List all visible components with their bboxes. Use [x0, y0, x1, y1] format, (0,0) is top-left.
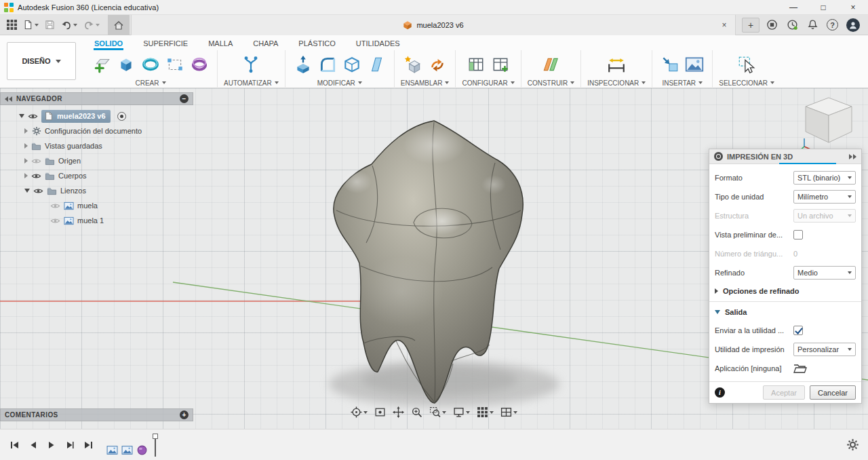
timeline-form-feature-icon[interactable] [136, 444, 148, 457]
group-label-construir[interactable]: CONSTRUIR [528, 77, 574, 88]
timeline-settings-gear-icon[interactable] [846, 438, 860, 452]
insert-canvas-icon[interactable] [683, 53, 706, 76]
step-forward-button[interactable] [63, 438, 77, 452]
go-to-start-button[interactable] [8, 438, 22, 452]
select-cursor-icon[interactable] [735, 53, 758, 76]
minimize-button[interactable]: — [778, 0, 808, 14]
navigator-header[interactable]: NAVEGADOR − [0, 92, 193, 105]
tree-item-canvases[interactable]: Lienzos [0, 183, 193, 198]
expander-icon[interactable] [24, 158, 28, 164]
data-panel-grid-icon[interactable] [4, 16, 20, 34]
refinado-select[interactable]: Medio [793, 266, 856, 280]
redo-button[interactable] [81, 16, 102, 34]
file-menu-button[interactable] [20, 16, 41, 34]
view-cube[interactable] [797, 92, 860, 155]
refine-options-section[interactable]: Opciones de refinado [715, 282, 856, 300]
expander-icon[interactable] [24, 173, 28, 178]
molar-model[interactable] [334, 121, 523, 403]
unidad-select[interactable]: Milímetro [793, 190, 856, 204]
coil-icon[interactable] [188, 53, 211, 76]
revolve-icon[interactable] [139, 53, 162, 76]
configuration-insert-icon[interactable] [489, 53, 512, 76]
tree-item-origin[interactable]: Origen [0, 153, 193, 168]
pan-icon[interactable] [393, 406, 404, 418]
tree-item-canvas-muela1[interactable]: muela 1 [0, 213, 193, 228]
new-component-icon[interactable] [401, 53, 425, 76]
display-settings-icon[interactable] [453, 406, 470, 418]
comments-header[interactable]: COMENTARIOS + [0, 408, 193, 421]
group-label-configurar[interactable]: CONFIGURAR [462, 77, 514, 88]
tab-plastico[interactable]: PLÁSTICO [298, 38, 336, 50]
joint-icon[interactable] [426, 53, 449, 76]
navigator-toggle-button[interactable]: − [180, 94, 189, 103]
dialog-header[interactable]: IMPRESIÓN EN 3D [709, 149, 861, 164]
visibility-eye-icon[interactable] [31, 171, 41, 181]
print-utility-select[interactable]: Personalizar [793, 343, 856, 356]
collapse-panel-icon[interactable] [5, 96, 13, 102]
measure-icon[interactable] [605, 53, 628, 76]
grid-settings-icon[interactable] [477, 406, 494, 418]
help-icon[interactable]: ? [827, 19, 838, 31]
browse-application-button[interactable] [793, 363, 808, 374]
shell-icon[interactable] [340, 53, 363, 76]
tab-chapa[interactable]: CHAPA [252, 38, 279, 50]
group-label-inspeccionar[interactable]: INSPECCIONAR [587, 77, 646, 88]
configuration-table-icon[interactable] [465, 53, 488, 76]
notifications-bell-icon[interactable] [806, 19, 818, 31]
zoom-icon[interactable] [411, 406, 422, 418]
group-label-automatizar[interactable]: AUTOMATIZAR [224, 77, 279, 88]
visibility-eye-icon[interactable] [33, 186, 43, 196]
insert-derive-icon[interactable] [658, 53, 682, 76]
workspace-selector[interactable]: DISEÑO [7, 42, 76, 80]
cancelar-button[interactable]: Cancelar [810, 385, 856, 400]
group-label-crear[interactable]: CREAR [90, 77, 211, 88]
tree-item-root[interactable]: muela2023 v6 [0, 109, 193, 123]
expander-icon[interactable] [24, 143, 28, 149]
profile-avatar[interactable] [846, 18, 860, 32]
construction-plane-icon[interactable] [539, 53, 562, 76]
job-status-icon[interactable] [786, 19, 798, 31]
document-tab[interactable]: muela2023 v6 × [131, 15, 736, 35]
pattern-icon[interactable] [163, 53, 186, 76]
zoom-window-icon[interactable] [429, 406, 446, 418]
tab-utilidades[interactable]: UTILIDADES [355, 38, 401, 50]
tree-item-document-settings[interactable]: Configuración del documento [0, 123, 193, 138]
go-to-end-button[interactable] [81, 438, 95, 452]
orbit-icon[interactable] [351, 406, 368, 418]
fillet-icon[interactable] [316, 53, 339, 76]
expander-icon[interactable] [19, 114, 24, 118]
tree-item-canvas-muela[interactable]: muela [0, 198, 193, 213]
viewports-icon[interactable] [500, 406, 517, 418]
close-button[interactable]: × [838, 0, 868, 14]
home-button[interactable] [108, 15, 130, 35]
undo-button[interactable] [58, 16, 80, 34]
selected-root-chip[interactable]: muela2023 v6 [41, 110, 111, 123]
comments-toggle-button[interactable]: + [180, 410, 189, 419]
group-label-ensamblar[interactable]: ENSAMBLAR [401, 77, 450, 88]
tree-item-saved-views[interactable]: Vistas guardadas [0, 138, 193, 153]
press-pull-icon[interactable] [292, 53, 315, 76]
tab-malla[interactable]: MALLA [208, 38, 233, 50]
info-icon[interactable]: i [715, 387, 725, 398]
save-button[interactable] [42, 16, 58, 34]
tree-item-bodies[interactable]: Cuerpos [0, 168, 193, 183]
formato-select[interactable]: STL (binario) [793, 171, 856, 185]
draft-icon[interactable] [365, 53, 388, 76]
new-tab-button[interactable]: + [742, 18, 760, 33]
estructura-select[interactable]: Un archivo [793, 209, 856, 223]
automate-scripts-icon[interactable] [239, 53, 262, 76]
visibility-eye-icon[interactable] [31, 156, 41, 166]
visibility-eye-icon[interactable] [28, 111, 38, 121]
visibility-eye-icon[interactable] [50, 216, 60, 226]
play-button[interactable] [45, 438, 58, 452]
group-label-modificar[interactable]: MODIFICAR [292, 77, 388, 88]
dock-right-icon[interactable] [848, 154, 856, 159]
expander-icon[interactable] [24, 189, 30, 193]
tab-solido[interactable]: SOLIDO [94, 38, 123, 50]
timeline-canvas-feature-icon[interactable] [106, 444, 118, 457]
expander-icon[interactable] [24, 128, 28, 134]
preview-mesh-checkbox[interactable] [793, 230, 803, 239]
tab-superficie[interactable]: SUPERFICIE [142, 38, 189, 50]
step-back-button[interactable] [26, 438, 40, 452]
extrude-icon[interactable] [115, 53, 138, 76]
